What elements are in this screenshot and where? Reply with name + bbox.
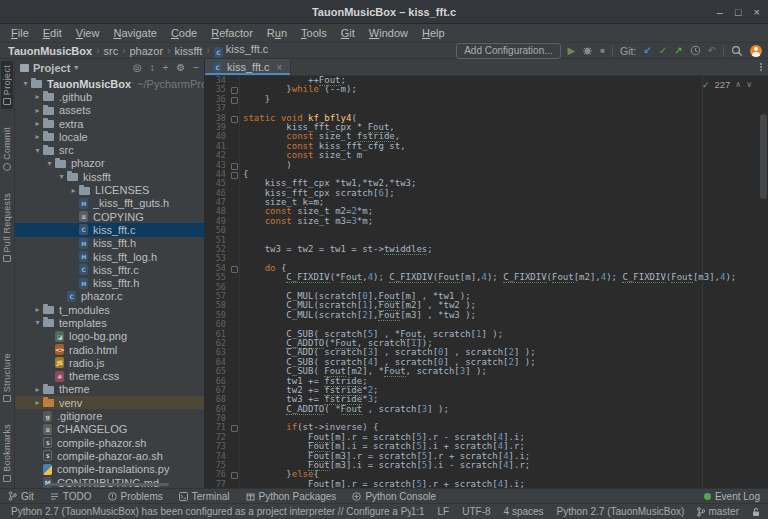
chevron-right-icon[interactable]: ▸ <box>32 119 43 128</box>
maximize-button[interactable]: □ <box>735 0 742 24</box>
run-icon[interactable]: ▶ <box>568 44 576 58</box>
project-view-selector[interactable]: Project ▾ <box>20 62 78 74</box>
chevron-right-icon[interactable]: ▸ <box>32 305 43 314</box>
menu-item-navigate[interactable]: Navigate <box>106 24 163 43</box>
tree-item-github[interactable]: ▸.github <box>15 90 204 103</box>
menu-item-tools[interactable]: Tools <box>294 24 334 43</box>
locate-icon[interactable]: ◎ <box>133 62 142 73</box>
tree-item-gitignore[interactable]: g.gitignore <box>15 409 204 422</box>
tree-item-licenses[interactable]: ▸LICENSES <box>15 183 204 196</box>
next-problem-icon[interactable]: ∨ <box>746 80 752 89</box>
search-everywhere-icon[interactable] <box>731 45 743 57</box>
stripe-button-structure[interactable]: Structure <box>1 349 13 406</box>
git-branch-widget[interactable]: master <box>697 506 739 517</box>
menu-item-help[interactable]: Help <box>415 24 452 43</box>
tree-item-compile-translations-py[interactable]: compile-translations.py <box>15 463 204 476</box>
fold-marker-icon[interactable] <box>229 85 240 94</box>
tool-window-button-problems[interactable]: Problems <box>108 491 163 502</box>
line-separator-widget[interactable]: LF <box>438 506 450 517</box>
chevron-right-icon[interactable]: ▸ <box>32 398 43 407</box>
tree-item-templates[interactable]: ▾templates <box>15 316 204 329</box>
event-log-button[interactable]: Event Log <box>704 491 760 502</box>
tool-window-button-todo[interactable]: TODO <box>50 491 92 502</box>
encoding-widget[interactable]: UTF-8 <box>462 506 490 517</box>
editor-vscrollbar[interactable] <box>760 114 767 199</box>
tree-item-kiss-fftr-h[interactable]: Hkiss_fftr.h <box>15 276 204 289</box>
breadcrumb-item-kissfft[interactable]: kissfft <box>174 45 202 57</box>
tree-item-theme[interactable]: ▸theme <box>15 383 204 396</box>
project-hscrollbar[interactable] <box>49 483 169 486</box>
prev-problem-icon[interactable]: ∧ <box>735 80 741 89</box>
inspections-widget[interactable]: ✓ 227 ∧ ∨ <box>702 79 752 90</box>
menu-item-code[interactable]: Code <box>164 24 204 43</box>
menu-item-refactor[interactable]: Refactor <box>204 24 260 43</box>
hide-panel-icon[interactable]: − <box>193 62 199 73</box>
menu-item-run[interactable]: Run <box>260 24 294 43</box>
tree-item-kiss-fft-c[interactable]: Ckiss_fft.c <box>15 223 204 236</box>
breadcrumb-item-src[interactable]: src <box>103 45 118 57</box>
tool-window-button-python-console[interactable]: Python Console <box>352 491 436 502</box>
tree-item-extra[interactable]: ▸extra <box>15 117 204 130</box>
fold-marker-icon[interactable] <box>229 161 240 170</box>
tree-item-radio-html[interactable]: <>radio.html <box>15 343 204 356</box>
chevron-down-icon[interactable]: ▾ <box>20 79 31 88</box>
collapse-all-icon[interactable]: ÷ <box>163 62 169 73</box>
breadcrumb-item-kiss-fft-c[interactable]: Ckiss_fft.c <box>214 43 269 58</box>
status-message-area[interactable]: Python 2.7 (TauonMusicBox) has been conf… <box>6 506 411 517</box>
fold-marker-icon[interactable] <box>229 470 240 479</box>
profile-avatar-icon[interactable] <box>750 45 762 57</box>
tree-item-copying[interactable]: ≡COPYING <box>15 210 204 223</box>
fold-marker-icon[interactable] <box>229 264 240 273</box>
line-number[interactable]: 77 <box>205 480 229 488</box>
chevron-down-icon[interactable]: ▾ <box>32 146 43 155</box>
tree-item-src[interactable]: ▾src <box>15 143 204 156</box>
tree-item-kiss-fft-log-h[interactable]: Hkiss_fft_log.h <box>15 250 204 263</box>
tab-kiss-fft-c[interactable]: C kiss_fft.c × <box>205 59 291 75</box>
fold-marker-icon[interactable] <box>229 423 240 432</box>
git-push-icon[interactable]: ↗ <box>674 44 682 58</box>
debug-icon[interactable] <box>582 45 593 56</box>
menu-item-window[interactable]: Window <box>362 24 415 43</box>
breadcrumb-item-phazor[interactable]: phazor <box>130 45 164 57</box>
menu-item-view[interactable]: View <box>69 24 107 43</box>
tree-item-theme-css[interactable]: #theme.css <box>15 370 204 383</box>
tree-item-phazor-c[interactable]: Cphazor.c <box>15 290 204 303</box>
tree-item-kissfft[interactable]: ▾kissfft <box>15 170 204 183</box>
tree-item-kiss-fft-h[interactable]: Hkiss_fft.h <box>15 237 204 250</box>
git-update-icon[interactable]: ↙ <box>643 44 651 58</box>
menu-item-git[interactable]: Git <box>334 24 362 43</box>
fold-marker-icon[interactable] <box>229 170 240 179</box>
tree-item-radio-js[interactable]: JSradio.js <box>15 356 204 369</box>
chevron-down-icon[interactable]: ▾ <box>44 159 55 168</box>
readonly-lock-icon[interactable] <box>752 507 760 517</box>
tab-close-icon[interactable]: × <box>277 62 283 73</box>
tree-item-logo-bg-png[interactable]: ◪logo-bg.png <box>15 330 204 343</box>
tool-window-button-python-packages[interactable]: Python Packages <box>246 491 337 502</box>
caret-position-widget[interactable]: 1:1 <box>411 506 425 517</box>
git-history-icon[interactable] <box>690 45 701 56</box>
editor[interactable]: 34 ++Fout;35 }while (--m);36 }3738static… <box>205 76 768 488</box>
tool-window-button-git[interactable]: Git <box>8 491 34 502</box>
stripe-button-commit[interactable]: Commit <box>1 123 13 175</box>
chevron-down-icon[interactable]: ▾ <box>32 318 43 327</box>
tree-item-contributing-md[interactable]: MCONTRIBUTING.md <box>15 476 204 488</box>
stripe-button-pull-requests[interactable]: Pull Requests <box>1 189 13 266</box>
tree-item-t-modules[interactable]: ▸t_modules <box>15 303 204 316</box>
tree-item-locale[interactable]: ▸locale <box>15 130 204 143</box>
tree-item-tauonmusicbox[interactable]: ▾TauonMusicBox~/PycharmProjects/Tauon <box>15 77 204 90</box>
tab-options-icon[interactable] <box>760 63 762 71</box>
tree-item-venv[interactable]: ▸venv <box>15 396 204 409</box>
rollback-icon[interactable]: ↶ <box>708 44 716 58</box>
menu-item-file[interactable]: File <box>4 24 36 43</box>
chevron-right-icon[interactable]: ▸ <box>32 132 43 141</box>
fold-marker-icon[interactable] <box>229 95 240 104</box>
tree-item-kiss-fftr-c[interactable]: Ckiss_fftr.c <box>15 263 204 276</box>
close-button[interactable]: × <box>754 0 760 24</box>
stripe-button-project[interactable]: Project <box>1 61 13 109</box>
minimize-button[interactable]: – <box>717 0 723 24</box>
add-configuration-button[interactable]: Add Configuration... <box>456 43 560 59</box>
interpreter-widget[interactable]: Python 2.7 (TauonMusicBox) <box>557 506 685 517</box>
menu-item-edit[interactable]: Edit <box>36 24 69 43</box>
tool-window-button-terminal[interactable]: Terminal <box>179 491 230 502</box>
chevron-right-icon[interactable]: ▸ <box>32 106 43 115</box>
